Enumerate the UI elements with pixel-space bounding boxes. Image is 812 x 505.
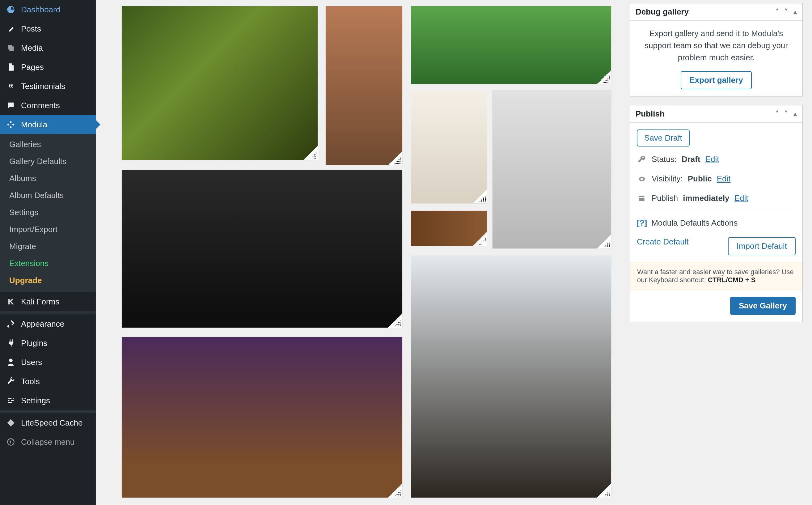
save-gallery-button[interactable]: Save Gallery: [730, 297, 796, 315]
panel-move-up-icon[interactable]: ˄: [776, 110, 779, 118]
sidebar-item-tools[interactable]: Tools: [0, 372, 96, 391]
user-icon: [6, 357, 16, 367]
sliders-icon: [6, 395, 16, 406]
visibility-value: Public: [688, 174, 712, 184]
schedule-row: Publish immediately Edit: [637, 188, 796, 208]
submenu-settings[interactable]: Settings: [0, 204, 96, 221]
calendar-icon: [637, 194, 647, 202]
sidebar-label: Kali Forms: [21, 297, 59, 307]
submenu-import-export[interactable]: Import/Export: [0, 221, 96, 238]
gallery-image[interactable]: [411, 6, 611, 84]
schedule-edit-link[interactable]: Edit: [735, 193, 748, 203]
status-edit-link[interactable]: Edit: [705, 155, 719, 164]
sidebar-item-kali-forms[interactable]: K Kali Forms: [0, 292, 96, 311]
sidebar-label: Collapse menu: [21, 437, 74, 447]
gallery-image[interactable]: [122, 337, 402, 498]
sidebar-label: LiteSpeed Cache: [21, 418, 82, 428]
schedule-value: immediately: [683, 193, 729, 203]
status-value: Draft: [681, 155, 700, 164]
gallery-image[interactable]: [411, 211, 487, 246]
submenu-album-defaults[interactable]: Album Defaults: [0, 187, 96, 204]
sidebar-item-media[interactable]: Media: [0, 38, 96, 57]
import-default-button[interactable]: Import Default: [728, 237, 796, 255]
resize-handle-icon[interactable]: [597, 234, 611, 248]
submenu-migrate[interactable]: Migrate: [0, 238, 96, 255]
gallery-preview: [114, 0, 620, 505]
submenu-galleries[interactable]: Galleries: [0, 136, 96, 153]
submenu-extensions[interactable]: Extensions: [0, 255, 96, 272]
create-default-link[interactable]: Create Default: [637, 237, 689, 255]
help-icon[interactable]: [?]: [637, 218, 647, 228]
sidebar-item-testimonials[interactable]: Testimonials: [0, 76, 96, 96]
visibility-row: Visibility: Public Edit: [637, 169, 796, 188]
sidebar-item-plugins[interactable]: Plugins: [0, 333, 96, 353]
sidebar-item-posts[interactable]: Posts: [0, 19, 96, 38]
sidebar-item-modula[interactable]: Modula: [0, 115, 96, 134]
sidebar-item-comments[interactable]: Comments: [0, 96, 96, 115]
sidebar-label: Users: [21, 358, 42, 367]
publish-title: Publish: [636, 109, 665, 119]
wrench-icon: [6, 376, 16, 387]
sidebar-item-appearance[interactable]: Appearance: [0, 314, 96, 333]
resize-handle-icon[interactable]: [473, 232, 487, 246]
svg-point-0: [8, 439, 14, 445]
sidebar-submenu: Galleries Gallery Defaults Albums Album …: [0, 134, 96, 292]
sidebar-label: Tools: [21, 377, 40, 386]
key-icon: [637, 155, 647, 164]
sidebar-item-users[interactable]: Users: [0, 353, 96, 372]
sidebar-item-dashboard[interactable]: Dashboard: [0, 0, 96, 19]
gallery-image[interactable]: [122, 170, 402, 328]
resize-handle-icon[interactable]: [597, 483, 611, 498]
sidebar-label: Dashboard: [21, 5, 60, 14]
submenu-albums[interactable]: Albums: [0, 170, 96, 187]
shortcut-hint: Want a faster and easier way to save gal…: [630, 262, 802, 290]
panel-toggle-icon[interactable]: ▴: [793, 8, 797, 16]
sidebar-collapse[interactable]: Collapse menu: [0, 433, 96, 452]
sidebar-item-litespeed[interactable]: LiteSpeed Cache: [0, 413, 96, 433]
k-icon: K: [6, 296, 16, 307]
sidebar-label: Plugins: [21, 338, 47, 348]
sidebar-label: Pages: [21, 62, 44, 72]
gallery-image[interactable]: [326, 6, 402, 165]
save-draft-button[interactable]: Save Draft: [637, 130, 690, 147]
resize-handle-icon[interactable]: [473, 189, 487, 203]
brush-icon: [6, 319, 16, 329]
gallery-image[interactable]: [122, 6, 318, 160]
panel-move-down-icon[interactable]: ˅: [785, 110, 788, 118]
resize-handle-icon[interactable]: [388, 313, 402, 328]
panel-move-up-icon[interactable]: ˄: [776, 8, 779, 16]
pages-icon: [6, 62, 16, 72]
gallery-image[interactable]: [411, 256, 611, 498]
submenu-gallery-defaults[interactable]: Gallery Defaults: [0, 153, 96, 170]
resize-handle-icon[interactable]: [303, 146, 318, 160]
defaults-header: [?] Modula Defaults Actions: [637, 212, 796, 233]
pin-icon: [6, 23, 16, 34]
resize-handle-icon[interactable]: [597, 70, 611, 84]
debug-text: Export gallery and send it to Modula's s…: [637, 27, 796, 64]
publish-panel: Publish ˄ ˅ ▴ Save Draft Status: Draft: [630, 105, 803, 322]
sidebar-item-settings[interactable]: Settings: [0, 391, 96, 410]
sidebar-label: Testimonials: [21, 81, 65, 91]
debug-panel: Debug gallery ˄ ˅ ▴ Export gallery and s…: [630, 3, 803, 97]
visibility-edit-link[interactable]: Edit: [717, 174, 731, 184]
export-gallery-button[interactable]: Export gallery: [681, 71, 752, 89]
quote-icon: [6, 81, 16, 92]
hint-shortcut: CTRL/CMD + S: [708, 276, 756, 284]
resize-handle-icon[interactable]: [388, 151, 402, 165]
status-label: Status:: [652, 155, 677, 164]
eye-icon: [637, 175, 647, 183]
media-icon: [6, 43, 16, 53]
sidebar-label: Posts: [21, 24, 41, 34]
gallery-image[interactable]: [492, 90, 611, 248]
widget-icon: [6, 119, 16, 130]
gallery-image[interactable]: [411, 90, 487, 203]
sidebar-item-pages[interactable]: Pages: [0, 57, 96, 76]
panel-toggle-icon[interactable]: ▴: [793, 110, 797, 118]
submenu-upgrade[interactable]: Upgrade: [0, 272, 96, 289]
defaults-title: Modula Defaults Actions: [651, 218, 738, 228]
resize-handle-icon[interactable]: [388, 483, 402, 498]
panel-move-down-icon[interactable]: ˅: [785, 8, 788, 16]
debug-title: Debug gallery: [636, 7, 689, 17]
sidebar-label: Media: [21, 43, 43, 53]
status-row: Status: Draft Edit: [637, 150, 796, 169]
